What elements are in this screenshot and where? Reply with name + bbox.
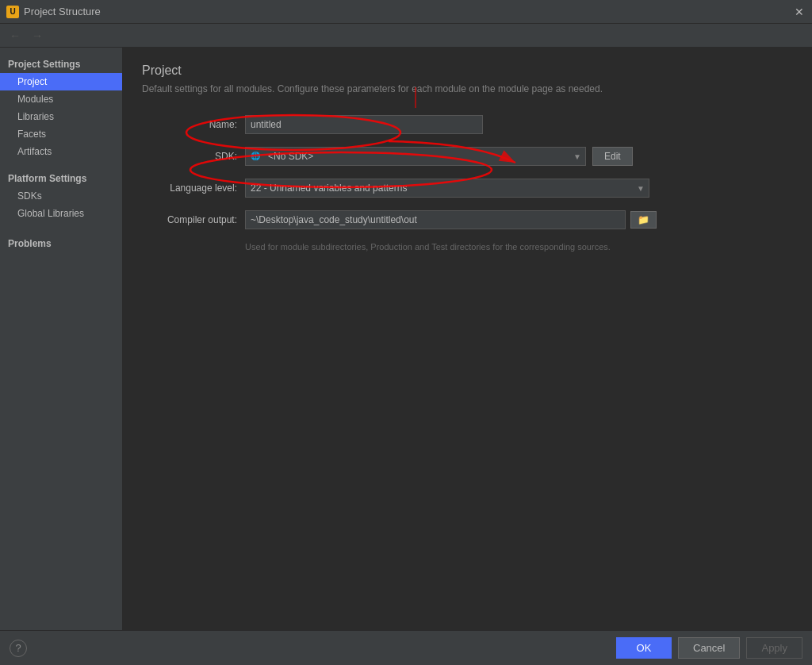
sidebar: Project Settings Project Modules Librari… — [0, 48, 123, 630]
folder-icon: 📁 — [638, 214, 649, 225]
name-label: Name: — [142, 119, 245, 130]
sidebar-item-artifacts[interactable]: Artifacts — [0, 143, 122, 160]
language-level-select[interactable]: 22 - Unnamed variables and patterns 21 -… — [245, 179, 649, 198]
sidebar-item-sdks[interactable]: SDKs — [0, 187, 122, 205]
sdk-label: SDK: — [142, 151, 245, 162]
project-settings-label: Project Settings — [0, 54, 122, 73]
sidebar-item-facets[interactable]: Facets — [0, 125, 122, 143]
close-button[interactable]: ✕ — [793, 6, 806, 18]
titlebar: U Project Structure ✕ — [0, 0, 812, 24]
compiler-output-input[interactable] — [245, 210, 626, 229]
problems-label: Problems — [0, 233, 122, 252]
platform-settings-label: Platform Settings — [0, 168, 122, 187]
bottom-bar: ? OK Cancel Apply — [0, 630, 812, 665]
compiler-output-row: Compiler output: 📁 — [142, 210, 793, 229]
sdk-globe-icon: 🌐 — [250, 151, 261, 162]
apply-button[interactable]: Apply — [746, 637, 802, 659]
compiler-output-label: Compiler output: — [142, 214, 245, 225]
sdk-control: 🌐 <No SDK> JDK 17 JDK 21 JDK 22 ▼ Edit — [245, 147, 793, 166]
language-level-row: Language level: 22 - Unnamed variables a… — [142, 179, 793, 198]
sdk-row: SDK: 🌐 <No SDK> JDK 17 JDK 21 JDK 22 ▼ — [142, 147, 793, 166]
ok-button[interactable]: OK — [616, 637, 672, 659]
compiler-output-hint: Used for module subdirectories, Producti… — [245, 242, 793, 252]
sdk-select-wrapper: 🌐 <No SDK> JDK 17 JDK 21 JDK 22 ▼ — [245, 147, 586, 166]
navbar: ← → — [0, 24, 812, 48]
forward-button[interactable]: → — [29, 28, 46, 44]
sidebar-item-modules[interactable]: Modules — [0, 90, 122, 108]
sidebar-item-global-libraries[interactable]: Global Libraries — [0, 205, 122, 222]
main-layout: Project Settings Project Modules Librari… — [0, 48, 812, 630]
cancel-button[interactable]: Cancel — [678, 637, 740, 659]
back-button[interactable]: ← — [6, 28, 24, 44]
sidebar-item-project[interactable]: Project — [0, 73, 122, 90]
name-input[interactable] — [245, 115, 483, 134]
language-level-control: 22 - Unnamed variables and patterns 21 -… — [245, 179, 793, 198]
window-title: Project Structure — [24, 6, 793, 17]
app-icon: U — [6, 6, 19, 18]
sdk-edit-button[interactable]: Edit — [592, 147, 633, 166]
bottom-actions: OK Cancel Apply — [616, 637, 802, 659]
name-control — [245, 115, 793, 134]
sidebar-item-libraries[interactable]: Libraries — [0, 108, 122, 125]
content-area: Project Default settings for all modules… — [123, 48, 812, 630]
sdk-select[interactable]: <No SDK> JDK 17 JDK 21 JDK 22 — [245, 147, 586, 166]
compiler-output-control: 📁 — [245, 210, 793, 229]
folder-browse-button[interactable]: 📁 — [630, 211, 657, 229]
language-level-label: Language level: — [142, 183, 245, 194]
name-row: Name: — [142, 115, 793, 134]
content-title: Project — [142, 63, 793, 78]
content-description: Default settings for all modules. Config… — [142, 83, 793, 96]
help-button[interactable]: ? — [10, 640, 27, 657]
lang-select-wrapper: 22 - Unnamed variables and patterns 21 -… — [245, 179, 649, 198]
